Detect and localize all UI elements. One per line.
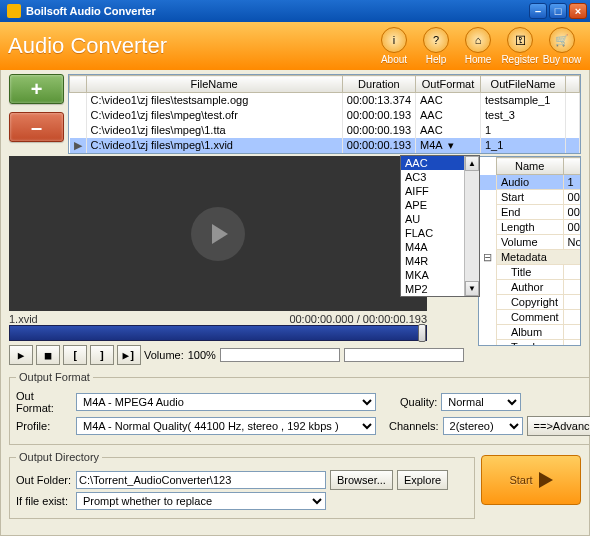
cell-duration: 00:00:00.193 [342,108,415,123]
mark-out-button[interactable]: ] [90,345,114,365]
cell-outfile: test_3 [481,108,566,123]
table-row[interactable]: ▶C:\video1\zj files\mpeg\1.xvid00:00:00.… [70,138,580,153]
cell-format[interactable]: M4A ▾ [416,138,481,153]
register-icon: ⚿ [507,27,533,53]
quality-select[interactable]: Normal [441,393,521,411]
toolbar-help[interactable]: ?Help [416,27,456,65]
scroll-down-icon[interactable]: ▼ [465,281,479,296]
outformat-dropdown-open[interactable]: AACAC3AIFFAPEAUFLACM4AM4RMKAMP2 ▲ ▼ [400,155,480,297]
next-mark-button[interactable]: ▶] [117,345,141,365]
collapse-icon[interactable]: ⊟ [479,250,497,265]
preview-play-button[interactable] [191,207,245,261]
props-row[interactable]: VolumeNormal [479,235,581,250]
toolbar-home[interactable]: ⌂Home [458,27,498,65]
props-header[interactable]: Name [496,158,563,175]
table-row[interactable]: C:\video1\zj files\mpeg\1.tta00:00:00.19… [70,123,580,138]
add-file-button[interactable]: + [9,74,64,104]
cell-duration: 00:00:13.374 [342,93,415,108]
titlebar[interactable]: Boilsoft Audio Converter – □ × [0,0,590,22]
metadata-item-row[interactable]: Title [479,265,581,280]
volume-bar-right[interactable] [344,348,464,362]
prop-name: Volume [496,235,563,250]
row-play-icon: ▶ [70,138,87,153]
props-row[interactable]: Start00:00:00.000 [479,190,581,205]
metadata-item-row[interactable]: Comment [479,310,581,325]
toolbar-label: Buy now [543,54,581,65]
cell-filename: C:\video1\zj files\testsample.ogg [86,93,342,108]
advance-button[interactable]: ==>Advance [527,416,590,436]
metadata-value [563,280,581,295]
metadata-name: Comment [496,310,563,325]
app-icon [7,4,21,18]
dropdown-scrollbar[interactable]: ▲ ▼ [464,156,479,296]
maximize-button[interactable]: □ [549,3,567,19]
metadata-value [563,295,581,310]
close-button[interactable]: × [569,3,587,19]
cell-duration: 00:00:00.193 [342,138,415,153]
filetable-header[interactable]: OutFileName [481,76,566,93]
cell-format: AAC [416,123,481,138]
metadata-name: Copyright [496,295,563,310]
output-format-legend: Output Format [16,371,93,383]
outfolder-input[interactable] [76,471,326,489]
metadata-value [563,325,581,340]
channels-select[interactable]: 2(stereo) [443,417,523,435]
volume-label: Volume: [144,349,184,361]
cell-filename: C:\video1\zj files\mpeg\1.xvid [86,138,342,153]
toolbar-about[interactable]: iAbout [374,27,414,65]
props-header[interactable]: Value [563,158,581,175]
explore-button[interactable]: Explore [397,470,448,490]
toolbar-label: Help [426,54,447,65]
props-row[interactable]: Audio1 [479,175,581,190]
row-play-icon [70,108,87,123]
prop-value: 00:00:00.193 [563,220,581,235]
toolbar-label: About [381,54,407,65]
outformat-label: Out Format: [16,390,72,414]
about-icon: i [381,27,407,53]
row-play-icon [70,93,87,108]
remove-file-button[interactable]: – [9,112,64,142]
metadata-item-row[interactable]: Album [479,325,581,340]
filetable-header[interactable]: Duration [342,76,415,93]
metadata-item-row[interactable]: Copyright [479,295,581,310]
props-row[interactable]: Length00:00:00.193 [479,220,581,235]
cell-outfile: 1 [481,123,566,138]
timeline-slider[interactable] [9,325,427,341]
fileexist-select[interactable]: Prompt whether to replace [76,492,326,510]
volume-bar-left[interactable] [220,348,340,362]
slider-thumb[interactable] [418,324,426,342]
metadata-item-row[interactable]: Track [479,340,581,347]
cell-filename: C:\video1\zj files\mpeg\test.ofr [86,108,342,123]
properties-table[interactable]: NameValueAudio1Start00:00:00.000End00:00… [478,156,581,346]
scroll-up-icon[interactable]: ▲ [465,156,479,171]
toolbar-register[interactable]: ⚿Register [500,27,540,65]
metadata-item-row[interactable]: Author [479,280,581,295]
outformat-select[interactable]: M4A - MPEG4 Audio [76,393,376,411]
toolbar-buy-now[interactable]: 🛒Buy now [542,27,582,65]
browser-button[interactable]: Browser... [330,470,393,490]
mark-in-button[interactable]: [ [63,345,87,365]
cell-format: AAC [416,93,481,108]
table-row[interactable]: C:\video1\zj files\mpeg\test.ofr00:00:00… [70,108,580,123]
metadata-row[interactable]: ⊟Metadata [479,250,581,265]
stop-button[interactable]: ■ [36,345,60,365]
profile-select[interactable]: M4A - Normal Quality( 44100 Hz, stereo ,… [76,417,376,435]
props-row[interactable]: End00:00:00.193 [479,205,581,220]
metadata-value [563,310,581,325]
minimize-button[interactable]: – [529,3,547,19]
prop-name: Length [496,220,563,235]
timeline-filename: 1.xvid [9,313,38,325]
table-row[interactable]: C:\video1\zj files\testsample.ogg00:00:1… [70,93,580,108]
filetable-header[interactable]: OutFormat [416,76,481,93]
metadata-name: Album [496,325,563,340]
start-button[interactable]: Start [481,455,581,505]
metadata-name: Track [496,340,563,347]
filetable-header[interactable]: FileName [86,76,342,93]
buy now-icon: 🛒 [549,27,575,53]
preview-panel [9,156,427,311]
cell-outfile: testsample_1 [481,93,566,108]
play-button[interactable]: ▶ [9,345,33,365]
metadata-label: Metadata [496,250,581,265]
cell-duration: 00:00:00.193 [342,123,415,138]
file-table[interactable]: FileNameDurationOutFormatOutFileNameC:\v… [68,74,581,154]
